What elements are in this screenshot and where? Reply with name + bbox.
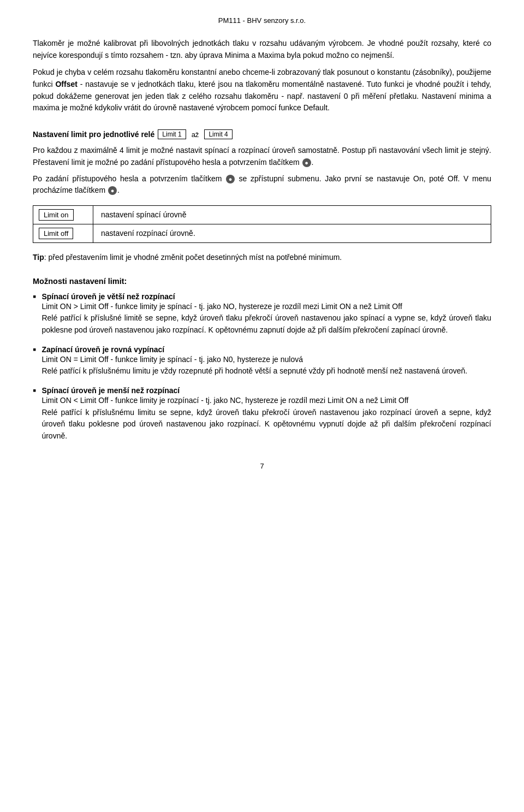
limit-on-badge: Limit on bbox=[39, 209, 74, 221]
bullet-title-2: Zapínací úroveň je rovná vypínací bbox=[41, 345, 491, 354]
bullet-section-2: ▪ Zapínací úroveň je rovná vypínací Limi… bbox=[33, 345, 491, 377]
tip-bold: Tip bbox=[33, 253, 44, 262]
header-title: PM111 - BHV senzory s.r.o. bbox=[218, 16, 306, 25]
bullet-symbol-2: ▪ bbox=[33, 344, 36, 355]
offset-bold: Offset bbox=[55, 80, 77, 88]
bullet-item-1: ▪ Spínací úroveň je větší než rozpínací … bbox=[33, 292, 491, 336]
bullet-body-3: Limit ON < Limit Off - funkce limity je … bbox=[41, 395, 491, 442]
bullet-section-3: ▪ Spínací úroveň je menší než rozpínací … bbox=[33, 386, 491, 442]
confirm-btn-2: ● bbox=[226, 175, 235, 183]
relay-text2: Po zadání přístupového hesla a potvrzení… bbox=[33, 174, 222, 183]
confirm-btn-1: ● bbox=[302, 158, 311, 167]
page-number: 7 bbox=[33, 462, 491, 470]
relay-title: Nastavení limit pro jednotlivé relé bbox=[33, 130, 154, 139]
limit4-badge: Limit 4 bbox=[204, 129, 232, 139]
moznosti-heading: Možnosti nastavení limit: bbox=[33, 277, 491, 286]
limit1-badge: Limit 1 bbox=[158, 129, 186, 139]
intro-paragraph: Tlakoměr je možné kalibrovat při libovol… bbox=[33, 38, 491, 61]
limit-on-desc: nastavení spínací úrovně bbox=[101, 210, 186, 219]
table-row: Limit off nastavení rozpínací úrovně. bbox=[33, 224, 491, 242]
table-cell-label-on: Limit on bbox=[33, 206, 93, 224]
table-cell-label-off: Limit off bbox=[33, 224, 93, 242]
relay-body-1: Pro každou z maximálně 4 limit je možné … bbox=[33, 145, 491, 168]
table-cell-value-on: nastavení spínací úrovně bbox=[93, 206, 491, 224]
p1-text: Tlakoměr je možné kalibrovat při libovol… bbox=[33, 39, 491, 60]
bullet-item-2: ▪ Zapínací úroveň je rovná vypínací Limi… bbox=[33, 345, 491, 377]
tip-paragraph: Tip: před přestavením limit je vhodné zm… bbox=[33, 252, 491, 264]
limit-off-badge: Limit off bbox=[39, 228, 73, 239]
bullet-body-1: Limit ON > Limit Off - funkce limity je … bbox=[41, 301, 491, 336]
bullet-symbol-1: ▪ bbox=[33, 291, 36, 303]
page-header: PM111 - BHV senzory s.r.o. bbox=[33, 16, 491, 25]
bullet-title-3: Spínací úroveň je menší než rozpínací bbox=[41, 386, 491, 395]
bullet-symbol-3: ▪ bbox=[33, 385, 36, 396]
bullet-section-1: ▪ Spínací úroveň je větší než rozpínací … bbox=[33, 292, 491, 336]
bullet-title-1: Spínací úroveň je větší než rozpínací bbox=[41, 292, 491, 301]
confirm-btn-3: ● bbox=[108, 186, 117, 195]
tip-rest: : před přestavením limit je vhodné změni… bbox=[44, 253, 342, 262]
table-row: Limit on nastavení spínací úrovně bbox=[33, 206, 491, 224]
az-text: až bbox=[192, 131, 199, 139]
relay-body-2: Po zadání přístupového hesla a potvrzení… bbox=[33, 173, 491, 197]
limit-table: Limit on nastavení spínací úrovně Limit … bbox=[33, 205, 491, 243]
relay-section-header: Nastavení limit pro jednotlivé relé Limi… bbox=[33, 129, 491, 139]
limit-off-desc: nastavení rozpínací úrovně. bbox=[101, 229, 195, 238]
relay-text1: Pro každou z maximálně 4 limit je možné … bbox=[33, 146, 491, 167]
bullet-content-2: Zapínací úroveň je rovná vypínací Limit … bbox=[41, 345, 491, 377]
p2-part2: - nastavuje se v jednotkách tlaku, které… bbox=[33, 80, 491, 112]
table-cell-value-off: nastavení rozpínací úrovně. bbox=[93, 224, 491, 242]
bullet-item-3: ▪ Spínací úroveň je menší než rozpínací … bbox=[33, 386, 491, 442]
bullet-content-1: Spínací úroveň je větší než rozpínací Li… bbox=[41, 292, 491, 336]
bullet-content-3: Spínací úroveň je menší než rozpínací Li… bbox=[41, 386, 491, 442]
bullet-body-2: Limit ON = Limit Off - funkce limity je … bbox=[41, 354, 491, 377]
offset-paragraph: Pokud je chyba v celém rozsahu tlakoměru… bbox=[33, 67, 491, 114]
